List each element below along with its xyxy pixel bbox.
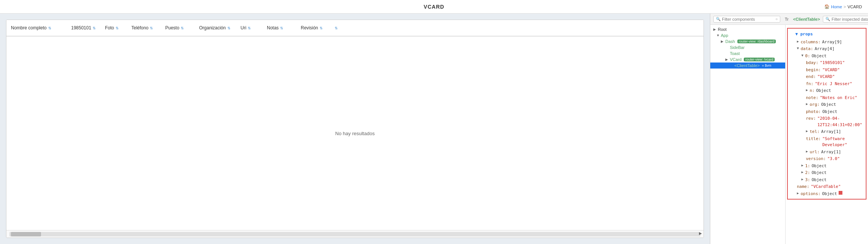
home-icon: 🏠 (824, 4, 830, 9)
prop-value-obj3: Object (812, 177, 827, 183)
prop-expand-org: ▶ (806, 102, 810, 107)
col-header-rev[interactable]: Revisión ⇅ (301, 25, 335, 30)
prop-obj0[interactable]: ▼ 0: Object (789, 53, 864, 60)
prop-key-obj3: 3: (805, 177, 810, 183)
sort-icon-nombre: ⇅ (48, 26, 51, 30)
table-body: No hay resultados (6, 37, 704, 230)
col-label-rev: Revisión (301, 25, 318, 30)
filter-clear-icon[interactable]: ○ (775, 17, 778, 21)
sort-icon-extra: ⇅ (335, 26, 338, 30)
main-area: Nombre completo ⇅ 19850101 ⇅ Foto ⇅ Telé… (0, 14, 868, 244)
prop-tel[interactable]: ▶ tel: Array[1] (789, 128, 864, 136)
tree-vcard[interactable]: ▶ VCard router-view: /vcard (710, 56, 785, 63)
tree-arrow-vcard: ▶ (725, 58, 729, 61)
breadcrumb-current: VCARD (847, 5, 862, 9)
tree-dash[interactable]: ▶ Dash router-view: /dashboard (710, 38, 785, 44)
prop-options[interactable]: ▶ options: Object (789, 191, 864, 198)
prop-value-fn: "Eric J Nesser" (815, 81, 852, 87)
tree-toast[interactable]: Toast (710, 50, 785, 56)
sort-icon-foto: ⇅ (116, 26, 119, 30)
sort-icon-rev: ⇅ (320, 26, 323, 30)
prop-expand-options: ▶ (797, 191, 801, 196)
prop-data[interactable]: ▼ data: Array[4] (789, 46, 864, 53)
devtools-panel: 🔍 ○ Tr <ClientTable> 🔍 ⟩ ▶ Root ▼ (710, 14, 868, 244)
tree-sidebar[interactable]: SideBar (710, 44, 785, 50)
prop-expand-obj0: ▼ (801, 53, 805, 58)
prop-value-obj1: Object (812, 163, 827, 169)
col-header-org[interactable]: Organización ⇅ (199, 25, 241, 30)
col-header-notas[interactable]: Notas ⇅ (267, 25, 301, 30)
tree-suffix-clienttable: = $vm (762, 64, 771, 67)
props-section-header: ▼ props (789, 30, 864, 39)
scroll-right-icon[interactable]: ▶ (699, 231, 702, 235)
prop-n[interactable]: ▶ n: Object (789, 87, 864, 95)
tree-arrow-dash: ▶ (721, 40, 725, 43)
prop-org[interactable]: ▶ org: Object (789, 101, 864, 108)
tree-clienttable[interactable]: <ClientTable> = $vm (710, 63, 785, 69)
col-header-uri[interactable]: Uri ⇅ (241, 25, 267, 30)
filter-data-input[interactable] (831, 17, 868, 21)
prop-value-org: Object (821, 102, 836, 108)
prop-key-bday: bday: (806, 60, 818, 66)
tree-label-app: App (721, 33, 728, 38)
prop-value-version: "3.0" (827, 156, 840, 162)
sort-icon-uri: ⇅ (248, 26, 251, 30)
prop-obj1[interactable]: ▶ 1: Object (789, 163, 864, 170)
prop-value-bday: "19850101" (820, 60, 845, 66)
prop-value-rev: "2010-04-12T12:44:31+02:00" (818, 116, 862, 128)
tree-root[interactable]: ▶ Root (710, 26, 785, 32)
tree-badge-vcard: router-view: /vcard (744, 58, 775, 61)
tree-badge-dash: router-view: /dashboard (737, 40, 776, 43)
col-label-org: Organización (199, 25, 226, 30)
scrollbar-thumb[interactable] (11, 232, 41, 236)
prop-key-n: n: (810, 88, 815, 94)
breadcrumb-home[interactable]: Home (831, 5, 842, 9)
col-header-puesto[interactable]: Puesto ⇅ (165, 25, 199, 30)
col-header-extra: ⇅ (335, 26, 346, 30)
prop-value-obj0: Object (812, 53, 827, 59)
filter-components-input[interactable] (722, 17, 774, 21)
table-container: Nombre completo ⇅ 19850101 ⇅ Foto ⇅ Telé… (6, 20, 704, 238)
col-header-foto[interactable]: Foto ⇅ (105, 25, 131, 30)
sort-icon-notas: ⇅ (280, 26, 283, 30)
prop-key-obj2: 2: (805, 170, 810, 176)
prop-key-begin: begin: (806, 67, 821, 73)
search-data-icon: 🔍 (825, 17, 830, 21)
tree-arrow-root: ▶ (713, 27, 717, 31)
col-header-bday[interactable]: 19850101 ⇅ (71, 25, 105, 30)
devtools-toolbar: 🔍 ○ Tr <ClientTable> 🔍 ⟩ (710, 14, 868, 25)
prop-value-title: "Software Developer" (822, 136, 861, 148)
prop-key-rev: rev: (806, 116, 816, 122)
tree-label-toast: Toast (730, 51, 740, 56)
prop-obj2[interactable]: ▶ 2: Object (789, 169, 864, 177)
sort-icon-bday: ⇅ (93, 26, 96, 30)
prop-columns[interactable]: ▶ columns: Array[9] (789, 39, 864, 46)
prop-rev: rev: "2010-04-12T12:44:31+02:00" (789, 115, 864, 128)
scrollbar-track[interactable] (9, 232, 700, 236)
prop-key-fn: fn: (806, 81, 813, 87)
prop-name: name: "VCardTable" (789, 183, 864, 191)
prop-key-title: title: (806, 136, 821, 142)
prop-key-note: note: (806, 95, 818, 101)
tree-app[interactable]: ▼ App (710, 32, 785, 38)
tree-label-vcard: VCard (730, 57, 742, 62)
filter-components-wrap[interactable]: 🔍 ○ (713, 16, 780, 23)
col-header-tel[interactable]: Teléfono ⇅ (131, 25, 165, 30)
top-header: VCARD 🏠 Home > VCARD (0, 0, 868, 14)
prop-url[interactable]: ▶ url: Array[1] (789, 149, 864, 156)
tr-button[interactable]: Tr (783, 16, 790, 22)
sort-icon-org: ⇅ (227, 26, 230, 30)
col-label-uri: Uri (241, 25, 246, 30)
prop-end: end: "VCARD" (789, 73, 864, 81)
col-label-bday: 19850101 (71, 25, 91, 30)
filter-data-wrap[interactable]: 🔍 (823, 16, 868, 23)
search-icon: 🔍 (716, 17, 720, 21)
prop-value-obj2: Object (812, 170, 827, 176)
sort-icon-puesto: ⇅ (181, 26, 184, 30)
col-header-nombre[interactable]: Nombre completo ⇅ (11, 25, 71, 30)
prop-title: title: "Software Developer" (789, 136, 864, 149)
props-border: ▼ props ▶ columns: Array[9] ▼ data: Arra… (787, 28, 866, 200)
prop-obj3[interactable]: ▶ 3: Object (789, 177, 864, 184)
prop-key-name: name: (797, 184, 809, 190)
prop-photo: photo: Object (789, 108, 864, 116)
